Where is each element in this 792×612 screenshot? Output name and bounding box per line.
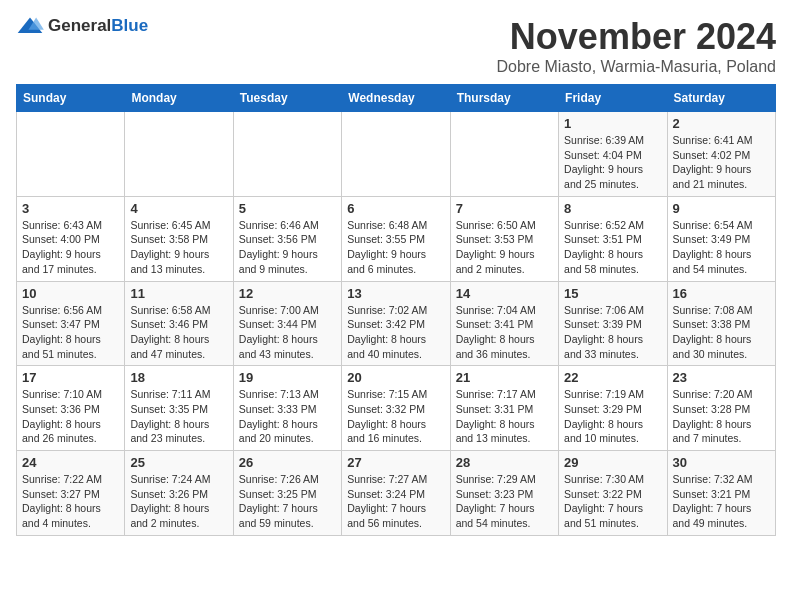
day-cell: 8Sunrise: 6:52 AM Sunset: 3:51 PM Daylig… [559, 196, 667, 281]
day-number: 4 [130, 201, 227, 216]
day-info: Sunrise: 7:10 AM Sunset: 3:36 PM Dayligh… [22, 387, 119, 446]
day-info: Sunrise: 7:00 AM Sunset: 3:44 PM Dayligh… [239, 303, 336, 362]
day-info: Sunrise: 7:22 AM Sunset: 3:27 PM Dayligh… [22, 472, 119, 531]
header-cell-monday: Monday [125, 85, 233, 112]
day-number: 7 [456, 201, 553, 216]
day-number: 9 [673, 201, 770, 216]
day-number: 11 [130, 286, 227, 301]
day-cell: 2Sunrise: 6:41 AM Sunset: 4:02 PM Daylig… [667, 112, 775, 197]
day-info: Sunrise: 7:29 AM Sunset: 3:23 PM Dayligh… [456, 472, 553, 531]
day-cell: 7Sunrise: 6:50 AM Sunset: 3:53 PM Daylig… [450, 196, 558, 281]
day-info: Sunrise: 7:04 AM Sunset: 3:41 PM Dayligh… [456, 303, 553, 362]
day-info: Sunrise: 6:58 AM Sunset: 3:46 PM Dayligh… [130, 303, 227, 362]
day-number: 29 [564, 455, 661, 470]
day-info: Sunrise: 7:20 AM Sunset: 3:28 PM Dayligh… [673, 387, 770, 446]
calendar-body: 1Sunrise: 6:39 AM Sunset: 4:04 PM Daylig… [17, 112, 776, 536]
day-number: 18 [130, 370, 227, 385]
day-cell: 22Sunrise: 7:19 AM Sunset: 3:29 PM Dayli… [559, 366, 667, 451]
header-area: GeneralBlue November 2024 Dobre Miasto, … [16, 16, 776, 76]
week-row-1: 3Sunrise: 6:43 AM Sunset: 4:00 PM Daylig… [17, 196, 776, 281]
logo-general: General [48, 16, 111, 35]
logo-blue: Blue [111, 16, 148, 35]
day-number: 22 [564, 370, 661, 385]
day-info: Sunrise: 6:45 AM Sunset: 3:58 PM Dayligh… [130, 218, 227, 277]
day-info: Sunrise: 6:54 AM Sunset: 3:49 PM Dayligh… [673, 218, 770, 277]
day-cell: 1Sunrise: 6:39 AM Sunset: 4:04 PM Daylig… [559, 112, 667, 197]
day-cell [233, 112, 341, 197]
day-info: Sunrise: 7:24 AM Sunset: 3:26 PM Dayligh… [130, 472, 227, 531]
week-row-0: 1Sunrise: 6:39 AM Sunset: 4:04 PM Daylig… [17, 112, 776, 197]
day-info: Sunrise: 6:46 AM Sunset: 3:56 PM Dayligh… [239, 218, 336, 277]
day-number: 21 [456, 370, 553, 385]
day-number: 10 [22, 286, 119, 301]
day-info: Sunrise: 7:32 AM Sunset: 3:21 PM Dayligh… [673, 472, 770, 531]
header-cell-tuesday: Tuesday [233, 85, 341, 112]
day-number: 13 [347, 286, 444, 301]
day-cell: 9Sunrise: 6:54 AM Sunset: 3:49 PM Daylig… [667, 196, 775, 281]
day-number: 28 [456, 455, 553, 470]
title-area: November 2024 Dobre Miasto, Warmia-Masur… [497, 16, 777, 76]
day-cell: 13Sunrise: 7:02 AM Sunset: 3:42 PM Dayli… [342, 281, 450, 366]
header-row: SundayMondayTuesdayWednesdayThursdayFrid… [17, 85, 776, 112]
day-cell: 26Sunrise: 7:26 AM Sunset: 3:25 PM Dayli… [233, 451, 341, 536]
day-cell: 3Sunrise: 6:43 AM Sunset: 4:00 PM Daylig… [17, 196, 125, 281]
day-number: 14 [456, 286, 553, 301]
day-number: 23 [673, 370, 770, 385]
day-cell: 25Sunrise: 7:24 AM Sunset: 3:26 PM Dayli… [125, 451, 233, 536]
day-cell: 20Sunrise: 7:15 AM Sunset: 3:32 PM Dayli… [342, 366, 450, 451]
logo-icon [16, 16, 44, 36]
day-info: Sunrise: 7:02 AM Sunset: 3:42 PM Dayligh… [347, 303, 444, 362]
day-info: Sunrise: 7:06 AM Sunset: 3:39 PM Dayligh… [564, 303, 661, 362]
day-cell: 30Sunrise: 7:32 AM Sunset: 3:21 PM Dayli… [667, 451, 775, 536]
calendar-header: SundayMondayTuesdayWednesdayThursdayFrid… [17, 85, 776, 112]
day-info: Sunrise: 6:48 AM Sunset: 3:55 PM Dayligh… [347, 218, 444, 277]
day-number: 15 [564, 286, 661, 301]
header-cell-thursday: Thursday [450, 85, 558, 112]
week-row-3: 17Sunrise: 7:10 AM Sunset: 3:36 PM Dayli… [17, 366, 776, 451]
day-cell [17, 112, 125, 197]
day-cell: 11Sunrise: 6:58 AM Sunset: 3:46 PM Dayli… [125, 281, 233, 366]
day-cell: 12Sunrise: 7:00 AM Sunset: 3:44 PM Dayli… [233, 281, 341, 366]
day-number: 30 [673, 455, 770, 470]
day-number: 19 [239, 370, 336, 385]
day-cell: 15Sunrise: 7:06 AM Sunset: 3:39 PM Dayli… [559, 281, 667, 366]
day-info: Sunrise: 7:19 AM Sunset: 3:29 PM Dayligh… [564, 387, 661, 446]
day-number: 27 [347, 455, 444, 470]
header-cell-wednesday: Wednesday [342, 85, 450, 112]
day-info: Sunrise: 6:50 AM Sunset: 3:53 PM Dayligh… [456, 218, 553, 277]
day-cell [125, 112, 233, 197]
day-info: Sunrise: 7:11 AM Sunset: 3:35 PM Dayligh… [130, 387, 227, 446]
day-cell: 28Sunrise: 7:29 AM Sunset: 3:23 PM Dayli… [450, 451, 558, 536]
day-info: Sunrise: 7:15 AM Sunset: 3:32 PM Dayligh… [347, 387, 444, 446]
day-cell: 29Sunrise: 7:30 AM Sunset: 3:22 PM Dayli… [559, 451, 667, 536]
day-cell: 14Sunrise: 7:04 AM Sunset: 3:41 PM Dayli… [450, 281, 558, 366]
day-cell: 21Sunrise: 7:17 AM Sunset: 3:31 PM Dayli… [450, 366, 558, 451]
day-number: 20 [347, 370, 444, 385]
day-info: Sunrise: 6:41 AM Sunset: 4:02 PM Dayligh… [673, 133, 770, 192]
day-info: Sunrise: 7:30 AM Sunset: 3:22 PM Dayligh… [564, 472, 661, 531]
day-cell [450, 112, 558, 197]
day-cell: 19Sunrise: 7:13 AM Sunset: 3:33 PM Dayli… [233, 366, 341, 451]
day-cell: 18Sunrise: 7:11 AM Sunset: 3:35 PM Dayli… [125, 366, 233, 451]
day-cell: 6Sunrise: 6:48 AM Sunset: 3:55 PM Daylig… [342, 196, 450, 281]
day-cell: 5Sunrise: 6:46 AM Sunset: 3:56 PM Daylig… [233, 196, 341, 281]
day-info: Sunrise: 7:08 AM Sunset: 3:38 PM Dayligh… [673, 303, 770, 362]
day-info: Sunrise: 7:26 AM Sunset: 3:25 PM Dayligh… [239, 472, 336, 531]
day-info: Sunrise: 7:17 AM Sunset: 3:31 PM Dayligh… [456, 387, 553, 446]
day-number: 17 [22, 370, 119, 385]
logo: GeneralBlue [16, 16, 148, 36]
day-cell: 10Sunrise: 6:56 AM Sunset: 3:47 PM Dayli… [17, 281, 125, 366]
day-info: Sunrise: 6:56 AM Sunset: 3:47 PM Dayligh… [22, 303, 119, 362]
week-row-4: 24Sunrise: 7:22 AM Sunset: 3:27 PM Dayli… [17, 451, 776, 536]
day-cell: 4Sunrise: 6:45 AM Sunset: 3:58 PM Daylig… [125, 196, 233, 281]
day-number: 3 [22, 201, 119, 216]
day-cell: 16Sunrise: 7:08 AM Sunset: 3:38 PM Dayli… [667, 281, 775, 366]
day-number: 24 [22, 455, 119, 470]
day-number: 8 [564, 201, 661, 216]
day-number: 5 [239, 201, 336, 216]
day-number: 12 [239, 286, 336, 301]
day-number: 1 [564, 116, 661, 131]
day-number: 6 [347, 201, 444, 216]
day-number: 26 [239, 455, 336, 470]
day-cell: 23Sunrise: 7:20 AM Sunset: 3:28 PM Dayli… [667, 366, 775, 451]
